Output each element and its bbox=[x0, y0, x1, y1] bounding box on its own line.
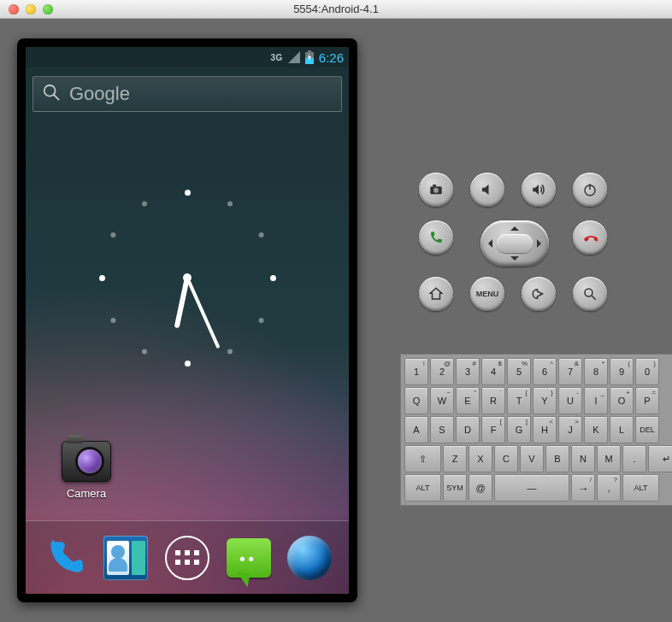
back-button[interactable] bbox=[522, 277, 556, 311]
key-w[interactable]: W~ bbox=[430, 387, 454, 414]
key-n[interactable]: N bbox=[571, 445, 595, 472]
key-→[interactable]: →/ bbox=[571, 474, 595, 502]
key-c[interactable]: C bbox=[494, 445, 518, 472]
key-0[interactable]: 0) bbox=[635, 358, 659, 385]
apps-grid-icon bbox=[165, 536, 209, 580]
dpad-center[interactable] bbox=[497, 234, 533, 253]
key-t[interactable]: T{ bbox=[507, 387, 531, 414]
key-r[interactable]: R` bbox=[481, 387, 505, 414]
key-d[interactable]: D bbox=[456, 416, 480, 443]
power-button[interactable] bbox=[573, 173, 607, 207]
dpad-left[interactable] bbox=[484, 239, 492, 248]
window-zoom-button[interactable] bbox=[43, 4, 53, 15]
key-y[interactable]: Y} bbox=[533, 387, 557, 414]
key-e[interactable]: E" bbox=[456, 387, 480, 414]
clock-tick bbox=[110, 232, 115, 238]
key-del[interactable]: DEL bbox=[635, 416, 659, 443]
key-alt[interactable]: ALT bbox=[404, 474, 441, 502]
key-2[interactable]: 2@ bbox=[430, 358, 454, 385]
keyboard-row: QW~E"R`T{Y}U-I_O+P= bbox=[404, 386, 672, 415]
all-apps-button[interactable] bbox=[163, 534, 211, 582]
clock-tick bbox=[227, 201, 233, 206]
dpad-up[interactable] bbox=[510, 222, 519, 231]
key-o[interactable]: O+ bbox=[610, 387, 634, 414]
hotseat: •• bbox=[26, 520, 349, 594]
key-3[interactable]: 3# bbox=[456, 358, 480, 385]
status-bar[interactable]: 3G 6:26 bbox=[26, 47, 349, 67]
svg-line-4 bbox=[54, 95, 59, 100]
battery-icon bbox=[305, 50, 314, 64]
key-secondary: = bbox=[651, 389, 656, 396]
key-4[interactable]: 4$ bbox=[481, 358, 505, 385]
google-search-widget[interactable]: Google bbox=[32, 76, 342, 112]
key-p[interactable]: P= bbox=[635, 387, 659, 414]
camera-app-shortcut[interactable]: Camera bbox=[53, 441, 120, 500]
key-s[interactable]: S bbox=[430, 416, 454, 443]
key-secondary: ) bbox=[653, 360, 656, 367]
call-button[interactable] bbox=[419, 220, 453, 255]
analog-clock-widget[interactable] bbox=[93, 184, 281, 372]
space-key[interactable]: — bbox=[494, 474, 569, 502]
browser-app[interactable] bbox=[286, 534, 333, 582]
key-5[interactable]: 5% bbox=[507, 358, 531, 385]
key-z[interactable]: Z bbox=[443, 445, 467, 472]
key-8[interactable]: 8* bbox=[584, 358, 608, 385]
rotate-button[interactable] bbox=[419, 173, 453, 207]
clock-tick bbox=[185, 190, 191, 196]
contacts-app[interactable] bbox=[102, 534, 150, 582]
key-g[interactable]: G] bbox=[507, 416, 531, 443]
key-a[interactable]: A bbox=[404, 416, 428, 443]
key-l[interactable]: L bbox=[610, 416, 634, 443]
device-screen[interactable]: 3G 6:26 bbox=[26, 47, 349, 594]
emulator-body: 3G 6:26 bbox=[0, 19, 672, 622]
volume-up-button[interactable] bbox=[522, 173, 556, 207]
window-minimize-button[interactable] bbox=[26, 4, 36, 15]
key-v[interactable]: V bbox=[520, 445, 544, 472]
svg-rect-2 bbox=[308, 50, 311, 52]
key-9[interactable]: 9( bbox=[610, 358, 634, 385]
key-x[interactable]: X bbox=[469, 445, 492, 472]
key-m[interactable]: M bbox=[597, 445, 621, 472]
end-call-icon bbox=[582, 230, 598, 245]
key-@[interactable]: @ bbox=[469, 474, 492, 502]
dpad bbox=[480, 220, 549, 267]
key-secondary: > bbox=[575, 418, 579, 425]
key-j[interactable]: J> bbox=[558, 416, 582, 443]
key-q[interactable]: Q bbox=[404, 387, 428, 414]
home-button[interactable] bbox=[419, 277, 453, 311]
key-secondary: ] bbox=[526, 418, 528, 425]
key-f[interactable]: F[ bbox=[481, 416, 505, 443]
key-alt[interactable]: ALT bbox=[622, 474, 659, 502]
key-secondary: " bbox=[474, 389, 476, 396]
phone-app[interactable] bbox=[41, 534, 89, 582]
dpad-down[interactable] bbox=[510, 256, 519, 265]
search-icon bbox=[582, 286, 598, 302]
search-button[interactable] bbox=[573, 277, 607, 311]
key-u[interactable]: U- bbox=[558, 387, 582, 414]
key-sym[interactable]: SYM bbox=[443, 474, 467, 502]
key-k[interactable]: K bbox=[584, 416, 608, 443]
key-secondary: / bbox=[590, 476, 592, 484]
key-⇧[interactable]: ⇧ bbox=[404, 445, 441, 472]
messaging-app[interactable]: •• bbox=[225, 534, 273, 582]
key-h[interactable]: H< bbox=[533, 416, 557, 443]
camera-label: Camera bbox=[53, 487, 120, 500]
key-,[interactable]: ,? bbox=[597, 474, 621, 502]
key-secondary: } bbox=[551, 389, 553, 396]
menu-button[interactable]: MENU bbox=[470, 277, 504, 311]
key-secondary: ` bbox=[499, 389, 502, 396]
key-1[interactable]: 1! bbox=[404, 358, 428, 385]
key-↵[interactable]: ↵ bbox=[648, 445, 672, 472]
volume-down-button[interactable] bbox=[470, 173, 504, 207]
end-call-button[interactable] bbox=[573, 220, 607, 255]
key-secondary: % bbox=[522, 360, 528, 367]
key-b[interactable]: B bbox=[545, 445, 569, 472]
phone-panel: 3G 6:26 bbox=[0, 19, 374, 622]
key-.[interactable]: . bbox=[622, 445, 646, 472]
key-7[interactable]: 7& bbox=[558, 358, 582, 385]
window-close-button[interactable] bbox=[9, 4, 19, 15]
key-i[interactable]: I_ bbox=[584, 387, 608, 414]
window-title: 5554:Android-4.1 bbox=[0, 3, 672, 15]
key-6[interactable]: 6^ bbox=[533, 358, 557, 385]
dpad-right[interactable] bbox=[537, 239, 545, 248]
